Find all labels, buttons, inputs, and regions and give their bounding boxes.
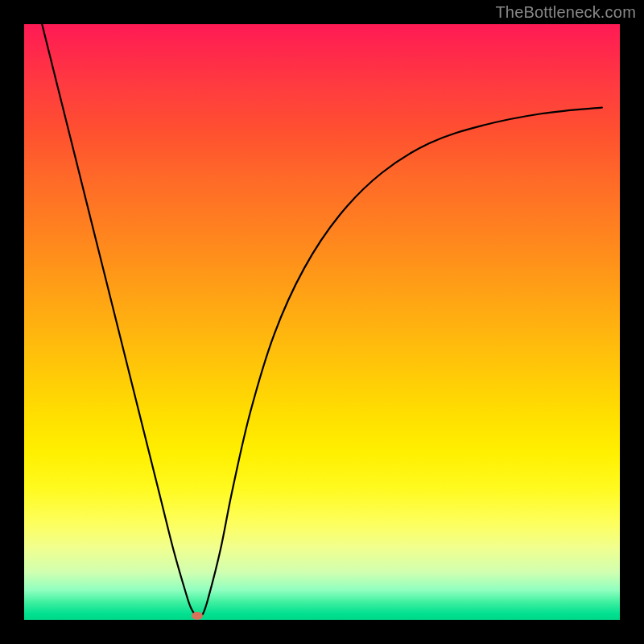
bottleneck-curve-path: [42, 24, 602, 617]
minimum-marker: [192, 612, 203, 620]
bottleneck-chart: TheBottleneck.com: [0, 0, 644, 644]
plot-area: [24, 24, 620, 620]
watermark-text: TheBottleneck.com: [495, 3, 636, 22]
curve-svg: [24, 24, 620, 620]
